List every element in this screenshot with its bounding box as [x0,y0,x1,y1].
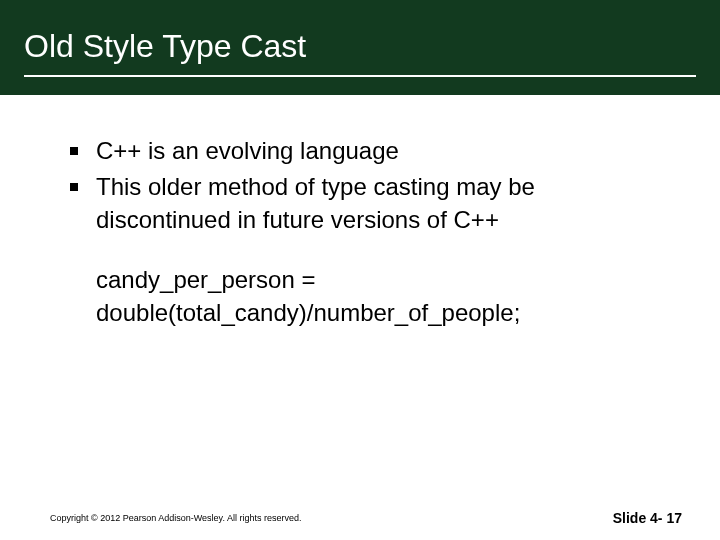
slide-title: Old Style Type Cast [24,28,696,77]
footer: Copyright © 2012 Pearson Addison-Wesley.… [0,510,720,526]
slide: Old Style Type Cast C++ is an evolving l… [0,0,720,540]
code-line: double(total_candy)/number_of_people; [96,297,660,329]
bullet-list: C++ is an evolving language This older m… [70,135,660,236]
bullet-item: This older method of type casting may be… [70,171,660,236]
slide-number: Slide 4- 17 [613,510,682,526]
code-example: candy_per_person = double(total_candy)/n… [96,264,660,329]
bullet-item: C++ is an evolving language [70,135,660,167]
copyright-text: Copyright © 2012 Pearson Addison-Wesley.… [50,513,301,523]
code-line: candy_per_person = [96,264,660,296]
content-area: C++ is an evolving language This older m… [0,95,720,329]
title-bar: Old Style Type Cast [0,0,720,95]
